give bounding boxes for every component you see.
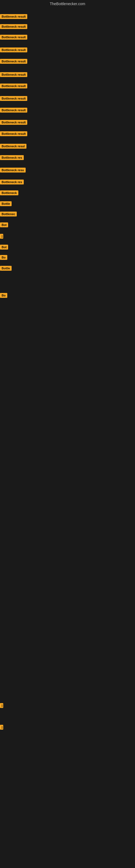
bottleneck-result-row: Bottleneck result	[0, 96, 27, 102]
bottleneck-result-row: Bottleneck result	[0, 120, 27, 126]
bottleneck-result-row: |	[0, 725, 3, 731]
bottleneck-result-row: Bottle	[0, 201, 12, 207]
bottleneck-result-row: Bottle	[0, 266, 12, 272]
bottleneck-badge: Bottle	[0, 201, 12, 206]
bottleneck-badge: Bottleneck result	[0, 120, 27, 125]
bottleneck-badge: Bottleneck result	[0, 108, 27, 113]
bottleneck-badge: Bottle	[0, 266, 12, 271]
bottleneck-result-row: Bottleneck result	[0, 48, 27, 54]
bottleneck-result-row: Bottleneck result	[0, 24, 27, 30]
bottleneck-badge: Bottlenec	[0, 212, 17, 216]
bottleneck-result-row: Bottleneck result	[0, 72, 27, 78]
bottleneck-badge: Bottleneck res	[0, 180, 24, 184]
bottleneck-result-row: |	[0, 234, 3, 240]
bottleneck-result-row: Bottleneck result	[0, 35, 27, 41]
bottleneck-badge: Bottleneck result	[0, 131, 27, 136]
bottleneck-badge: |	[0, 725, 3, 730]
site-title: TheBottlenecker.com	[0, 0, 135, 8]
bottleneck-result-row: Bottlenec	[0, 212, 17, 218]
bottleneck-badge: Bottleneck resul	[0, 144, 27, 149]
bottleneck-badge: Bot	[0, 245, 8, 250]
bottleneck-result-row: Bottleneck result	[0, 131, 27, 137]
bottleneck-badge: |	[0, 234, 3, 239]
bottleneck-result-row: Bo	[0, 293, 7, 299]
bottleneck-badge: Bo	[0, 293, 7, 298]
bottleneck-result-row: Bottleneck resul	[0, 144, 27, 150]
bottleneck-result-row: Bottleneck result	[0, 108, 27, 114]
bottleneck-result-row: Bottleneck	[0, 190, 18, 196]
bottleneck-badge: Bottleneck res	[0, 155, 24, 160]
bottleneck-result-row: Bot	[0, 245, 8, 251]
bottleneck-result-row: Bottleneck result	[0, 14, 27, 20]
bottleneck-result-row: Bottleneck result	[0, 59, 27, 65]
bottleneck-badge: Bottleneck result	[0, 59, 27, 64]
bottleneck-result-row: Bottleneck res	[0, 180, 24, 186]
bottleneck-badge: Bottleneck	[0, 190, 18, 195]
bottleneck-badge: Bottleneck result	[0, 24, 27, 29]
bottleneck-badge: Bot	[0, 222, 8, 227]
bottleneck-result-row: Bo	[0, 255, 7, 261]
bottleneck-badge: Bottleneck result	[0, 72, 27, 77]
bottleneck-badge: |	[0, 703, 3, 708]
bottleneck-badge: Bottleneck result	[0, 96, 27, 101]
bottleneck-badge: Bottleneck result	[0, 35, 27, 40]
bottleneck-result-row: Bottleneck result	[0, 84, 27, 90]
bottleneck-badge: Bottleneck result	[0, 84, 27, 88]
bottleneck-result-row: |	[0, 703, 3, 709]
bottleneck-result-row: Bottleneck res	[0, 155, 24, 161]
bottleneck-badge: Bottleneck resu	[0, 167, 26, 173]
bottleneck-badge: Bottleneck result	[0, 48, 27, 52]
bottleneck-badge: Bottleneck result	[0, 14, 27, 19]
bottleneck-result-row: Bot	[0, 222, 8, 228]
bottleneck-result-row: Bottleneck resu	[0, 167, 26, 174]
bottleneck-badge: Bo	[0, 255, 7, 260]
